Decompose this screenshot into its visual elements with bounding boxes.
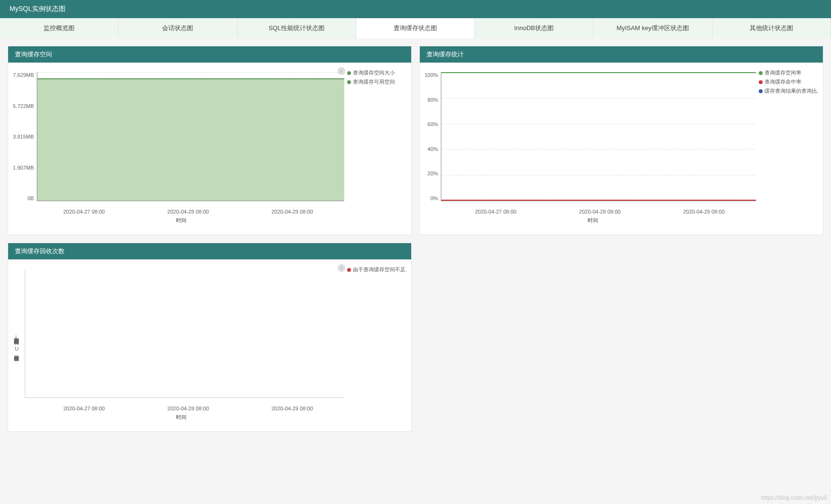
content-area: 查询缓存空间 › 7.629MB 5.722MB 3.815MB 1.907MB… <box>0 38 831 440</box>
y-tick: 60% <box>427 121 438 127</box>
legend-dot-icon <box>759 89 763 93</box>
y-tick: 7.629MB <box>13 72 34 78</box>
x-tick: 2020-04-29 08:00 <box>272 209 313 214</box>
legend: 查询缓存空间大小 查询缓存可用空间 <box>344 67 406 225</box>
x-axis-label: 时间 <box>8 414 354 421</box>
y-axis: 7.629MB 5.722MB 3.815MB 1.907MB 0B <box>13 72 37 201</box>
legend-dot-icon <box>347 268 351 272</box>
y-tick: 100% <box>425 72 438 78</box>
tab-myisam[interactable]: MyISAM key缓冲区状态图 <box>593 18 712 38</box>
panel-title: 查询缓存回收次数 <box>8 243 411 259</box>
panel-title: 查询缓存统计 <box>420 46 823 63</box>
legend-label: 查询缓存空闲率 <box>765 69 801 76</box>
y-tick: 1.907MB <box>13 165 34 171</box>
legend-item[interactable]: 由于查询缓存空间不足... <box>347 266 406 273</box>
tab-bar: 监控概览图 会话状态图 SQL性能统计状态图 查询缓存状态图 InnoDB状态图… <box>0 18 831 38</box>
x-axis: 2020-04-27 08:00 2020-04-28 08:00 2020-0… <box>32 209 344 214</box>
legend-item[interactable]: 查询缓存空间大小 <box>347 69 406 76</box>
chart-cache-recycle: 由于查询缓存空间不足而进行LRU存储回收缓次数 <box>13 264 344 422</box>
tab-query-cache[interactable]: 查询缓存状态图 <box>356 18 475 38</box>
legend-dot-icon <box>759 71 763 75</box>
y-tick: 40% <box>427 146 438 152</box>
legend-label: 查询缓存可用空间 <box>353 78 395 86</box>
legend: 查询缓存空闲率 查询缓存命中率 缓存查询结果的查询比... <box>756 67 818 225</box>
plot-area <box>25 269 344 398</box>
y-axis-label: 由于查询缓存空间不足而进行LRU存储回收缓次数 <box>13 334 23 352</box>
legend-label: 查询缓存命中率 <box>765 78 801 86</box>
y-tick: 20% <box>427 171 438 176</box>
tab-session[interactable]: 会话状态图 <box>119 18 237 38</box>
panel-title: 查询缓存空间 <box>8 46 411 63</box>
legend-item[interactable]: 查询缓存空闲率 <box>759 69 818 76</box>
y-tick: 0B <box>28 195 34 201</box>
plot-area <box>441 72 756 201</box>
y-tick: 80% <box>427 97 438 103</box>
x-axis: 2020-04-27 08:00 2020-04-28 08:00 2020-0… <box>32 406 344 411</box>
panel-cache-recycle: 查询缓存回收次数 › 由于查询缓存空间不足而进行LRU存储回收缓次数 由于查询缓… <box>8 243 412 432</box>
chart-cache-space: 7.629MB 5.722MB 3.815MB 1.907MB 0B <box>13 67 344 225</box>
page-title: MySQL实例状态图 <box>0 0 831 18</box>
legend-item[interactable]: 缓存查询结果的查询比... <box>759 87 818 95</box>
x-tick: 2020-04-27 08:00 <box>63 406 105 411</box>
x-tick: 2020-04-28 08:00 <box>167 209 209 214</box>
chart-cache-stats: 100% 80% 60% 40% 20% 0% <box>425 67 756 225</box>
legend-dot-icon <box>347 71 351 75</box>
legend-item[interactable]: 查询缓存命中率 <box>759 78 818 86</box>
x-axis-label: 时间 <box>8 217 354 224</box>
tab-sql-perf[interactable]: SQL性能统计状态图 <box>238 18 356 38</box>
legend-label: 缓存查询结果的查询比... <box>765 87 818 95</box>
y-tick: 5.722MB <box>13 103 34 109</box>
tab-other[interactable]: 其他统计状态图 <box>712 18 831 38</box>
legend-dot-icon <box>759 80 763 84</box>
tab-innodb[interactable]: InnoDB状态图 <box>475 18 593 38</box>
legend: 由于查询缓存空间不足... <box>344 264 406 422</box>
legend-item[interactable]: 查询缓存可用空间 <box>347 78 406 86</box>
y-axis: 100% 80% 60% 40% 20% 0% <box>425 72 441 201</box>
tab-overview[interactable]: 监控概览图 <box>0 18 119 38</box>
plot-area <box>37 72 344 201</box>
x-axis-label: 时间 <box>420 217 765 224</box>
x-tick: 2020-04-27 08:00 <box>63 209 105 214</box>
y-tick: 0% <box>430 195 438 201</box>
legend-label: 查询缓存空间大小 <box>353 69 395 76</box>
x-tick: 2020-04-28 08:00 <box>167 406 209 411</box>
legend-label: 由于查询缓存空间不足... <box>353 266 406 273</box>
panel-cache-stats: 查询缓存统计 100% 80% 60% 40% 20% 0% <box>419 46 823 235</box>
panel-cache-space: 查询缓存空间 › 7.629MB 5.722MB 3.815MB 1.907MB… <box>8 46 412 235</box>
x-tick: 2020-04-29 08:00 <box>683 209 725 214</box>
x-tick: 2020-04-28 08:00 <box>579 209 621 214</box>
legend-dot-icon <box>347 80 351 84</box>
x-axis: 2020-04-27 08:00 2020-04-28 08:00 2020-0… <box>444 209 756 214</box>
x-tick: 2020-04-29 08:00 <box>272 406 313 411</box>
x-tick: 2020-04-27 08:00 <box>475 209 516 214</box>
y-tick: 3.815MB <box>13 134 34 139</box>
